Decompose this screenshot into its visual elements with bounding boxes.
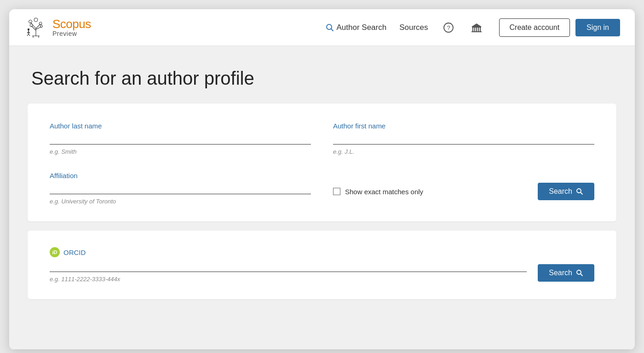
orcid-panel: iD ORCID e.g. 1111-2222-3333-444x Search — [28, 231, 616, 299]
affiliation-group: Affiliation e.g. University of Toronto — [50, 172, 311, 205]
orcid-field-group: iD ORCID e.g. 1111-2222-3333-444x — [50, 247, 527, 283]
svg-point-9 — [30, 24, 33, 27]
main-content: Search for an author profile Author last… — [9, 46, 635, 349]
nav-author-search[interactable]: Author Search — [326, 23, 387, 32]
last-name-label: Author last name — [50, 122, 311, 130]
svg-rect-27 — [476, 28, 477, 31]
question-icon: ? — [443, 22, 454, 33]
last-name-hint: e.g. Smith — [50, 148, 311, 155]
author-search-panel: Author last name e.g. Smith Author first… — [28, 104, 616, 221]
svg-rect-30 — [472, 31, 482, 32]
right-controls: Show exact matches only Search — [333, 172, 594, 200]
orcid-search-button[interactable]: Search — [538, 264, 594, 282]
last-name-input[interactable] — [50, 132, 311, 145]
svg-line-35 — [581, 274, 582, 276]
author-search-button-label: Search — [549, 187, 572, 196]
orcid-hint: e.g. 1111-2222-3333-444x — [50, 276, 527, 283]
main-nav: Author Search Sources ? — [326, 20, 484, 35]
affiliation-hint: e.g. University of Toronto — [50, 198, 311, 205]
search-icon-nav — [326, 23, 334, 32]
scopus-preview: Preview — [52, 30, 91, 37]
institution-icon — [471, 22, 483, 33]
affiliation-row: Affiliation e.g. University of Toronto S… — [50, 172, 594, 205]
name-fields-row: Author last name e.g. Smith Author first… — [50, 122, 594, 155]
svg-point-7 — [39, 22, 42, 25]
svg-point-10 — [34, 18, 38, 22]
logo-area: Scopus Preview — [24, 16, 91, 40]
nav-sources[interactable]: Sources — [399, 23, 428, 32]
sign-in-button[interactable]: Sign in — [575, 19, 620, 36]
create-account-button[interactable]: Create account — [499, 18, 570, 37]
last-name-group: Author last name e.g. Smith — [50, 122, 311, 155]
browser-window: Scopus Preview Author Search Sources ? — [9, 9, 635, 350]
svg-marker-31 — [472, 23, 482, 27]
svg-line-33 — [581, 192, 582, 194]
orcid-row: iD ORCID e.g. 1111-2222-3333-444x Search — [50, 247, 594, 283]
nav-sources-label: Sources — [399, 23, 428, 32]
help-icon-button[interactable]: ? — [441, 20, 456, 35]
svg-rect-26 — [474, 28, 475, 31]
svg-line-18 — [27, 34, 29, 36]
page-title: Search for an author profile — [28, 68, 616, 89]
orcid-search-button-label: Search — [549, 269, 572, 277]
svg-point-6 — [29, 20, 32, 23]
svg-rect-25 — [472, 28, 473, 31]
svg-line-19 — [29, 34, 30, 36]
search-icon-orcid — [576, 269, 583, 277]
exact-match-checkbox[interactable] — [333, 188, 340, 195]
affiliation-label: Affiliation — [50, 172, 311, 179]
svg-point-8 — [40, 25, 43, 27]
institution-icon-button[interactable] — [469, 20, 484, 35]
author-search-button[interactable]: Search — [538, 183, 594, 200]
header: Scopus Preview Author Search Sources ? — [9, 9, 635, 46]
nav-actions: Create account Sign in — [499, 18, 620, 37]
first-name-group: Author first name e.g. J.L. — [333, 122, 594, 155]
orcid-icon: iD — [50, 247, 60, 257]
affiliation-input[interactable] — [50, 181, 311, 194]
svg-line-21 — [331, 29, 333, 31]
search-icon-btn — [576, 188, 583, 195]
first-name-label: Author first name — [333, 122, 594, 130]
footer-divider — [9, 349, 635, 350]
orcid-label-row: iD ORCID — [50, 247, 527, 257]
exact-match-label[interactable]: Show exact matches only — [333, 188, 423, 196]
orcid-input[interactable] — [50, 259, 527, 272]
svg-rect-28 — [478, 28, 479, 31]
svg-rect-24 — [472, 27, 481, 28]
first-name-hint: e.g. J.L. — [333, 148, 594, 155]
svg-rect-29 — [480, 28, 481, 31]
first-name-input[interactable] — [333, 132, 594, 145]
elsevier-logo — [24, 16, 48, 40]
nav-author-search-label: Author Search — [337, 23, 387, 32]
exact-match-text: Show exact matches only — [345, 188, 423, 196]
svg-point-14 — [28, 28, 29, 30]
orcid-text-label: ORCID — [63, 249, 86, 256]
scopus-brand: Scopus — [52, 18, 91, 30]
svg-text:?: ? — [447, 24, 450, 31]
scopus-logo-text: Scopus Preview — [52, 18, 91, 37]
